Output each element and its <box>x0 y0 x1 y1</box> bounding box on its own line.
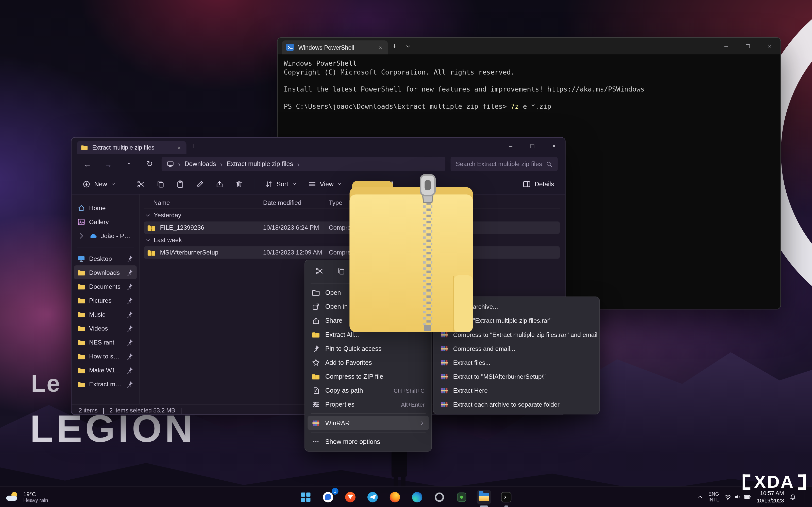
language-indicator[interactable]: ENG INTL <box>708 491 719 503</box>
taskbar-firefox-button[interactable] <box>388 490 402 504</box>
tray-overflow-chevron-icon[interactable] <box>697 494 703 500</box>
minimize-button[interactable]: – <box>715 38 737 54</box>
sidebar-item-make-w11[interactable]: Make W11 lik <box>74 363 137 377</box>
sidebar-item-how-to-shut[interactable]: How to shut <box>74 349 137 363</box>
cut-icon <box>315 267 324 275</box>
weather-description: Heavy rain <box>23 497 48 503</box>
winrar-extract-to-folder[interactable]: Extract to "MSIAfterburnerSetup\" <box>436 369 597 383</box>
minimize-button[interactable]: – <box>500 138 521 154</box>
taskbar-clock[interactable]: 10:57 AM 10/19/2023 <box>757 490 784 504</box>
taskbar-terminal-button[interactable] <box>499 490 513 504</box>
sidebar-item-gallery[interactable]: Gallery <box>74 215 137 229</box>
rename-button[interactable] <box>191 176 209 192</box>
up-button[interactable]: ↑ <box>120 157 138 171</box>
sidebar-item-videos[interactable]: Videos <box>74 321 137 335</box>
winrar-extract-files[interactable]: Extract files... <box>436 355 597 369</box>
delete-button[interactable] <box>231 176 248 192</box>
taskbar-weather-widget[interactable]: 19°C Heavy rain <box>0 491 54 503</box>
search-input[interactable] <box>456 161 546 168</box>
share-button[interactable] <box>211 176 228 192</box>
new-button[interactable]: New <box>78 176 120 192</box>
breadcrumb-current-folder[interactable]: Extract multiple zip files <box>226 161 293 168</box>
sidebar-item-extract-multiple[interactable]: Extract multip <box>74 377 137 391</box>
details-pane-icon <box>522 180 531 188</box>
cut-button[interactable] <box>132 176 149 192</box>
context-menu-item-pin-quick-access[interactable]: Pin to Quick access <box>308 341 429 355</box>
powershell-icon <box>286 44 294 51</box>
column-header-modified[interactable]: Date modified <box>263 199 329 206</box>
close-button[interactable]: × <box>759 38 780 54</box>
sidebar-item-pictures[interactable]: Pictures <box>74 293 137 307</box>
view-button[interactable]: View <box>303 176 347 192</box>
sidebar-item-nes-rant[interactable]: NES rant <box>74 335 137 349</box>
paste-button[interactable] <box>171 176 189 192</box>
winrar-icon <box>440 400 449 409</box>
folder-icon <box>77 366 86 375</box>
sidebar-item-documents[interactable]: Documents <box>74 279 137 293</box>
context-menu-item-compress-zip[interactable]: Compress to ZIP file <box>308 369 429 383</box>
close-button[interactable]: × <box>543 138 565 154</box>
copy-button[interactable] <box>334 265 349 278</box>
taskbar-edge-button[interactable] <box>410 490 424 504</box>
pictures-folder-icon <box>77 296 86 304</box>
breadcrumb-downloads[interactable]: Downloads <box>185 161 216 168</box>
desktop-icon <box>77 254 86 263</box>
explorer-navigation-bar: ← → ↑ ↻ › Downloads › Extract multiple z… <box>71 154 565 174</box>
context-menu-item-winrar[interactable]: WinRAR <box>308 416 429 430</box>
refresh-button[interactable]: ↻ <box>141 157 158 171</box>
context-menu-item-add-favorites[interactable]: Add to Favorites <box>308 355 429 369</box>
details-pane-button[interactable]: Details <box>518 176 559 192</box>
taskbar-brave-button[interactable] <box>343 490 358 504</box>
sort-button[interactable]: Sort <box>260 176 301 192</box>
terminal-output[interactable]: Windows PowerShell Copyright (C) Microso… <box>277 54 780 116</box>
notification-bell-icon[interactable] <box>789 493 797 501</box>
tab-dropdown-button[interactable] <box>401 39 415 53</box>
sidebar-item-music[interactable]: Music <box>74 307 137 321</box>
back-button[interactable]: ← <box>79 157 96 171</box>
powershell-tab[interactable]: Windows PowerShell × <box>282 40 388 54</box>
breadcrumb[interactable]: › Downloads › Extract multiple zip files… <box>162 157 445 171</box>
taskbar-telegram-button[interactable] <box>365 490 380 504</box>
battery-icon <box>744 493 752 501</box>
wallpaper-brand-small: Le <box>31 369 61 397</box>
firefox-icon <box>390 492 400 502</box>
file-date: 10/13/2023 12:09 AM <box>263 249 329 256</box>
context-menu-item-properties[interactable]: Properties Alt+Enter <box>308 397 429 411</box>
context-menu-item-show-more[interactable]: Show more options <box>308 435 429 448</box>
taskbar-file-explorer-button[interactable] <box>477 490 491 504</box>
column-header-name[interactable]: Name <box>144 199 263 206</box>
winrar-extract-each-separate[interactable]: Extract each archive to separate folder <box>436 397 597 411</box>
taskbar-settings-button[interactable] <box>432 490 447 504</box>
explorer-tab[interactable]: Extract multiple zip files × <box>77 141 187 154</box>
maximize-button[interactable]: □ <box>521 138 543 154</box>
copy-button[interactable] <box>152 176 169 192</box>
trash-icon <box>235 180 243 188</box>
taskbar-chat-button[interactable]: 1 <box>321 490 335 504</box>
system-status-icons[interactable] <box>724 493 752 501</box>
new-tab-button[interactable]: + <box>187 139 200 153</box>
sidebar-divider <box>77 247 134 247</box>
xda-bracket-right <box>798 474 806 490</box>
winrar-compress-and-email[interactable]: Compress and email... <box>436 341 597 355</box>
search-box[interactable] <box>451 157 558 171</box>
winrar-extract-here[interactable]: Extract Here <box>436 383 597 397</box>
tab-close-icon[interactable]: × <box>377 44 384 50</box>
start-button[interactable] <box>299 490 313 504</box>
chevron-down-icon <box>111 181 115 186</box>
file-name: FILE_12399236 <box>160 224 204 231</box>
tab-close-icon[interactable]: × <box>176 144 182 150</box>
context-menu-item-copy-as-path[interactable]: Copy as path Ctrl+Shift+C <box>308 383 429 397</box>
new-tab-button[interactable]: + <box>388 39 401 53</box>
cut-button[interactable] <box>312 265 327 278</box>
sidebar-item-desktop[interactable]: Desktop <box>74 251 137 266</box>
sidebar-item-downloads[interactable]: Downloads <box>74 266 137 279</box>
explorer-sidebar: Home Gallery João - Personal Desktop <box>71 194 140 404</box>
maximize-button[interactable]: □ <box>737 38 759 54</box>
show-desktop-button[interactable] <box>804 491 806 503</box>
sidebar-item-home[interactable]: Home <box>74 201 137 215</box>
taskbar-camera-button[interactable] <box>454 490 469 504</box>
rename-icon <box>196 180 204 188</box>
sidebar-item-onedrive-personal[interactable]: João - Personal <box>74 229 137 242</box>
brave-icon <box>345 492 356 502</box>
forward-button[interactable]: → <box>99 157 117 171</box>
